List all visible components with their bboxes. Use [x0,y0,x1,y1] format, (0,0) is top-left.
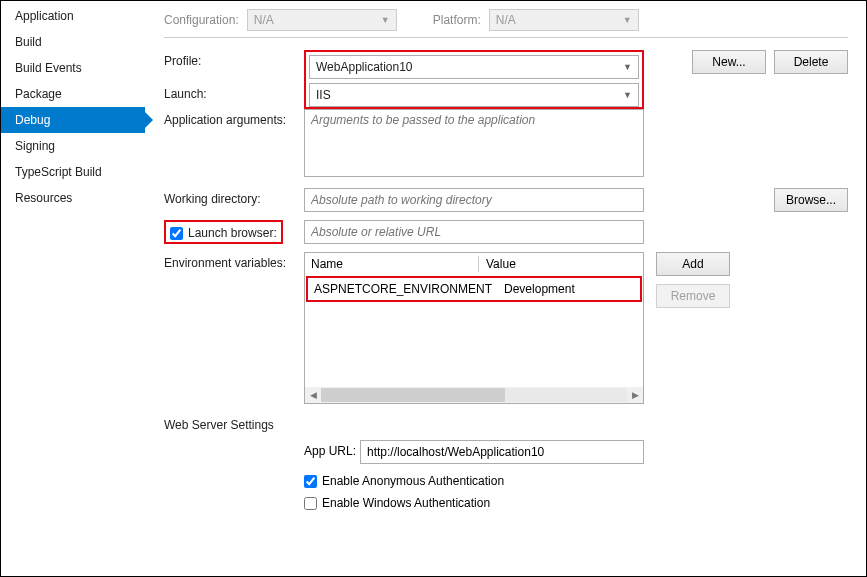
web-server-settings-heading: Web Server Settings [164,418,848,432]
launch-value: IIS [316,88,331,102]
sidebar: Application Build Build Events Package D… [1,1,146,576]
sidebar-item-debug[interactable]: Debug [1,107,145,133]
chevron-down-icon: ▼ [381,15,390,25]
sidebar-item-typescript-build[interactable]: TypeScript Build [1,159,145,185]
configuration-value: N/A [254,13,274,27]
env-header: Name Value [305,253,643,275]
chevron-down-icon: ▼ [623,62,632,72]
add-env-button[interactable]: Add [656,252,730,276]
configuration-label: Configuration: [164,13,239,27]
profile-launch-highlight: WebApplication10 ▼ IIS ▼ [304,50,644,109]
chevron-down-icon: ▼ [623,15,632,25]
platform-select: N/A ▼ [489,9,639,31]
configuration-select: N/A ▼ [247,9,397,31]
env-col-value: Value [480,253,643,275]
delete-profile-button[interactable]: Delete [774,50,848,74]
env-col-name: Name [305,253,480,275]
sidebar-item-application[interactable]: Application [1,3,145,29]
win-auth-label: Enable Windows Authentication [322,496,490,510]
app-args-textarea[interactable] [304,109,644,177]
platform-value: N/A [496,13,516,27]
env-row-value: Development [498,278,640,300]
anon-auth-label: Enable Anonymous Authentication [322,474,504,488]
scroll-left-icon[interactable]: ◀ [305,390,321,400]
launch-label: Launch: [164,83,304,101]
sidebar-item-build[interactable]: Build [1,29,145,55]
win-auth-checkbox-wrap[interactable]: Enable Windows Authentication [304,494,848,510]
scroll-thumb[interactable] [321,388,505,402]
app-args-label: Application arguments: [164,109,304,127]
env-scrollbar[interactable]: ◀ ▶ [305,387,643,403]
anon-auth-checkbox-wrap[interactable]: Enable Anonymous Authentication [304,472,848,488]
config-row: Configuration: N/A ▼ Platform: N/A ▼ [164,9,848,31]
launch-browser-checkbox[interactable] [170,227,183,240]
workdir-input[interactable] [304,188,644,212]
launch-browser-label: Launch browser: [188,226,277,240]
scroll-right-icon[interactable]: ▶ [627,390,643,400]
remove-env-button: Remove [656,284,730,308]
launch-select[interactable]: IIS ▼ [309,83,639,107]
launch-browser-url-input[interactable] [304,220,644,244]
anon-auth-checkbox[interactable] [304,475,317,488]
env-row-highlight: ASPNETCORE_ENVIRONMENT Development [306,276,642,302]
divider [164,37,848,38]
launch-browser-checkbox-wrap[interactable]: Launch browser: [170,224,277,240]
profile-select[interactable]: WebApplication10 ▼ [309,55,639,79]
env-label: Environment variables: [164,252,304,270]
platform-label: Platform: [433,13,481,27]
browse-button[interactable]: Browse... [774,188,848,212]
sidebar-item-package[interactable]: Package [1,81,145,107]
profile-value: WebApplication10 [316,60,413,74]
sidebar-item-resources[interactable]: Resources [1,185,145,211]
env-row-name: ASPNETCORE_ENVIRONMENT [308,278,498,300]
app-url-input[interactable] [360,440,644,464]
env-table[interactable]: Name Value ASPNETCORE_ENVIRONMENT Develo… [304,252,644,404]
win-auth-checkbox[interactable] [304,497,317,510]
chevron-down-icon: ▼ [623,90,632,100]
main-panel: Configuration: N/A ▼ Platform: N/A ▼ Pro… [146,1,866,576]
profile-label: Profile: [164,50,304,68]
app-url-label: App URL: [304,440,360,458]
table-row[interactable]: ASPNETCORE_ENVIRONMENT Development [308,278,640,300]
workdir-label: Working directory: [164,188,304,206]
sidebar-item-signing[interactable]: Signing [1,133,145,159]
new-profile-button[interactable]: New... [692,50,766,74]
sidebar-item-build-events[interactable]: Build Events [1,55,145,81]
launch-browser-highlight: Launch browser: [164,220,283,244]
